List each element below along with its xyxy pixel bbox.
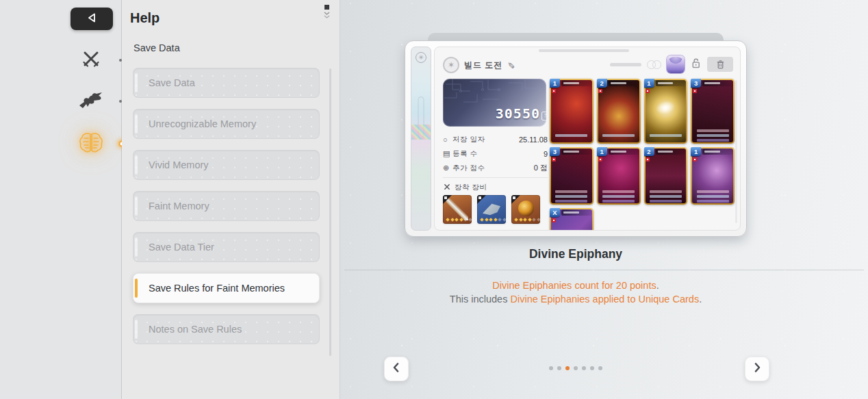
menu-item-save-data-tier[interactable]: Save Data Tier (133, 232, 320, 262)
help-screenshot-save-data: ✳ ✶ 빌드 도전 ✎ (405, 40, 747, 237)
deck-header-actions (610, 55, 733, 73)
page-title: Help (130, 10, 159, 26)
equipment-fireball-tile (511, 195, 540, 224)
menu-item-label: Faint Memory (149, 201, 209, 211)
deck-card-grid: 12133121X (550, 79, 735, 231)
menu-item-label: Notes on Save Rules (149, 324, 242, 335)
help-menu: Save Data Unrecognizable Memory Vivid Me… (133, 68, 320, 355)
carousel-dot[interactable] (549, 366, 553, 370)
deck-card: 1 (691, 147, 735, 205)
menu-item-label: Save Data Tier (149, 242, 214, 253)
save-stats: ○ 저장 일자 25.11.08 ▤ 등록 수 9 ⊕ 추가 점수 0 점 (443, 132, 548, 175)
menu-item-label: Save Rules for Faint Memories (149, 283, 285, 294)
panel-handle (539, 49, 629, 52)
equipment-section-label: 장착 장비 (443, 183, 487, 192)
link-circles-icon (647, 60, 661, 69)
deck-score-card: 30550점 (443, 79, 546, 127)
stat-row: ⊕ 추가 점수 0 점 (443, 161, 548, 175)
emblem-icon: ✳ (416, 52, 426, 63)
icon-rail (0, 0, 122, 399)
holo-stripes-decoration (411, 125, 431, 140)
equipment-sword-tile (443, 195, 472, 224)
menu-item-unrecognizable-memory[interactable]: Unrecognizable Memory (133, 109, 320, 139)
deck-card: 2 (644, 147, 688, 205)
chevron-left-icon (392, 362, 401, 376)
help-panel: Help Save Data Save Data Unrecognizable … (122, 0, 340, 399)
menu-item-label: Save Data (149, 77, 195, 88)
menu-item-notes-on-save-rules[interactable]: Notes on Save Rules (133, 314, 320, 344)
back-button[interactable] (71, 8, 113, 30)
equipment-machine-tile (477, 195, 506, 224)
carousel-dot[interactable] (590, 366, 594, 370)
deck-star-badge-icon: ✶ (443, 57, 459, 73)
score-unit: 점 (541, 112, 546, 120)
carousel-dots (549, 366, 602, 370)
dragon-icon[interactable] (77, 90, 105, 112)
crossed-swords-icon (443, 183, 451, 192)
help-content-area: ✳ ✶ 빌드 도전 ✎ (340, 0, 868, 399)
deck-card: 1 (644, 79, 688, 144)
menu-item-label: Vivid Memory (149, 159, 209, 170)
divider (443, 177, 548, 178)
deck-card: 1 (550, 79, 593, 144)
equipment-tiles (443, 195, 540, 224)
menu-item-save-rules-for-faint-memories[interactable]: Save Rules for Faint Memories (133, 273, 320, 303)
carousel-dot[interactable] (582, 366, 586, 370)
carousel-dot[interactable] (574, 366, 578, 370)
scroll-hint-icon (322, 5, 331, 18)
deck-score: 30550점 (496, 105, 540, 122)
memory-brain-icon[interactable] (77, 131, 105, 156)
deck-card: X (550, 208, 593, 231)
carousel-dot[interactable] (557, 366, 561, 370)
battle-swords-icon[interactable] (79, 47, 103, 73)
carousel-prev-button[interactable] (384, 357, 409, 381)
menu-item-save-data[interactable]: Save Data (133, 68, 320, 98)
stat-row: ○ 저장 일자 25.11.08 (443, 132, 548, 146)
deck-card: 3 (550, 147, 593, 205)
slide-description: Divine Epiphanies count for 20 points. T… (340, 279, 811, 306)
clock-circle-icon: ○ (443, 136, 452, 144)
chevron-right-icon (752, 362, 762, 376)
menu-item-label: Unrecognizable Memory (149, 118, 256, 129)
deck-scrollbar (735, 80, 737, 223)
deck-card: 2 (597, 79, 641, 144)
slide-heading: Divine Epiphany (340, 247, 811, 261)
back-arrow-icon (86, 12, 98, 27)
globe-icon: ⊕ (443, 164, 452, 172)
section-title: Save Data (133, 42, 180, 53)
carousel-dot[interactable] (565, 366, 570, 370)
deck-header: ✶ 빌드 도전 ✎ (443, 57, 515, 73)
stat-row: ▤ 등록 수 9 (443, 146, 548, 161)
save-data-panel: ✶ 빌드 도전 ✎ (434, 47, 741, 231)
edit-pencil-icon: ✎ (506, 62, 516, 69)
menu-item-vivid-memory[interactable]: Vivid Memory (133, 150, 320, 180)
carousel-next-button[interactable] (745, 357, 769, 381)
notebook-icon: ▤ (443, 149, 452, 158)
deck-card: 1 (597, 147, 641, 205)
deck-card: 3 (691, 79, 735, 144)
description-line-2: This includes Divine Epiphanies applied … (340, 292, 811, 306)
description-line-1: Divine Epiphanies count for 20 points. (340, 279, 811, 292)
menu-scrollbar[interactable] (329, 68, 331, 356)
delete-save-button (707, 57, 733, 72)
holographic-side-strip: ✳ (411, 47, 431, 231)
lock-icon (690, 57, 702, 72)
faint-id-text (610, 63, 641, 66)
menu-item-faint-memory[interactable]: Faint Memory (133, 191, 320, 221)
carousel-dot[interactable] (598, 366, 602, 370)
deck-title: 빌드 도전 (464, 60, 502, 71)
avatar (667, 55, 685, 73)
divider (344, 270, 864, 270)
